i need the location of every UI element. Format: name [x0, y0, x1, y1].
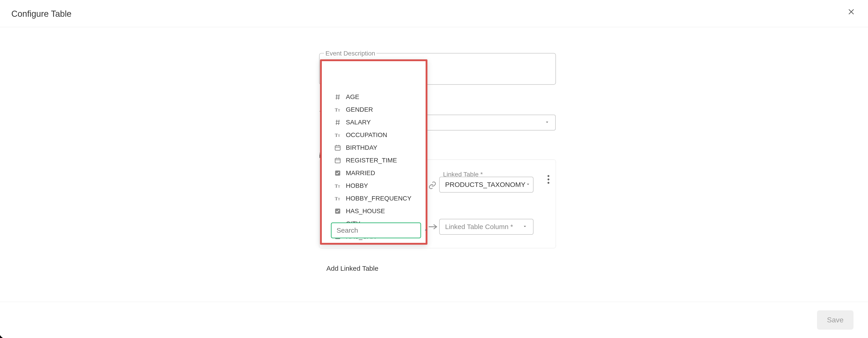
text-type-icon: TT — [334, 194, 342, 203]
column-dropdown: AGETTGENDERSALARYTTOCCUPATIONBIRTHDAYREG… — [320, 59, 427, 245]
dropdown-option-label: HAS_HOUSE — [346, 208, 385, 215]
column-dropdown-list: AGETTGENDERSALARYTTOCCUPATIONBIRTHDAYREG… — [331, 91, 423, 243]
chevron-down-icon — [522, 223, 528, 231]
dropdown-option-label: OCCUPATION — [346, 131, 387, 139]
dropdown-option[interactable]: SALARY — [331, 116, 423, 129]
linked-table-column-placeholder: Linked Table Column * — [445, 223, 513, 231]
text-type-icon: TT — [334, 105, 342, 114]
svg-text:T: T — [335, 107, 338, 112]
svg-text:T: T — [338, 134, 340, 137]
svg-text:T: T — [335, 184, 338, 188]
svg-text:T: T — [335, 196, 338, 201]
svg-point-3 — [548, 179, 549, 180]
column-search-input[interactable] — [336, 226, 423, 235]
svg-line-14 — [336, 120, 337, 125]
dropdown-option-label: GENDER — [346, 106, 373, 113]
kebab-icon — [547, 175, 550, 185]
checkbox-icon — [334, 207, 342, 215]
close-button[interactable] — [846, 7, 857, 18]
calendar-icon — [334, 156, 342, 164]
save-button[interactable]: Save — [817, 310, 854, 330]
event-description-label: Event Description — [324, 50, 376, 57]
linked-table-value: PRODUCTS_TAXONOMY — [445, 181, 525, 188]
dropdown-option[interactable]: TTOCCUPATION — [331, 129, 423, 141]
svg-point-2 — [548, 175, 549, 177]
svg-text:T: T — [335, 133, 338, 138]
dropdown-option-label: HOBBY_FREQUENCY — [346, 195, 411, 202]
dropdown-option-label: SALARY — [346, 119, 371, 126]
secondary-select[interactable] — [425, 115, 556, 130]
dialog-header: Configure Table — [0, 0, 868, 27]
hash-icon — [334, 118, 342, 126]
svg-line-9 — [339, 94, 339, 100]
dropdown-option[interactable]: TTGENDER — [331, 103, 423, 116]
chevron-down-icon — [525, 181, 531, 188]
svg-text:T: T — [338, 109, 340, 112]
dialog-footer: Save — [0, 302, 868, 338]
svg-rect-22 — [335, 158, 340, 163]
dropdown-option[interactable]: REGISTER_TIME — [331, 154, 423, 167]
svg-point-4 — [548, 182, 549, 184]
linked-table-column-select[interactable]: Linked Table Column * — [439, 219, 533, 235]
dropdown-option[interactable]: HAS_HOUSE — [331, 205, 423, 217]
dropdown-option[interactable]: MARRIED — [331, 167, 423, 179]
chevron-down-icon — [545, 119, 550, 126]
dropdown-option[interactable]: TTHOBBY — [331, 179, 423, 192]
svg-rect-18 — [335, 146, 340, 150]
dropdown-option-label: AGE — [346, 93, 359, 100]
dropdown-option-label: MARRIED — [346, 170, 375, 177]
dialog-body: Event Description 1( T R ir Linked Table… — [0, 27, 868, 302]
text-type-icon: TT — [334, 182, 342, 190]
svg-text:T: T — [338, 185, 340, 188]
dropdown-option[interactable]: BIRTHDAY — [331, 141, 423, 154]
dropdown-option-label: REGISTER_TIME — [346, 157, 397, 164]
hash-icon — [334, 93, 342, 101]
dropdown-option-label: BIRTHDAY — [346, 144, 377, 151]
add-linked-table-button[interactable]: Add Linked Table — [327, 265, 378, 272]
column-search-field[interactable] — [331, 222, 421, 238]
svg-line-8 — [336, 94, 337, 100]
checkbox-icon — [334, 169, 342, 177]
arrow-right-icon — [428, 223, 437, 231]
linked-table-select[interactable]: PRODUCTS_TAXONOMY — [439, 177, 533, 192]
dropdown-option[interactable]: TTHOBBY_FREQUENCY — [331, 192, 423, 205]
dialog-title: Configure Table — [11, 9, 71, 19]
calendar-icon — [334, 144, 342, 152]
dropdown-option-label: HOBBY — [346, 182, 368, 189]
close-icon — [847, 8, 855, 17]
chevron-up-icon — [423, 227, 429, 234]
link-icon — [428, 181, 436, 190]
dropdown-option[interactable]: AGE — [331, 91, 423, 103]
text-type-icon: TT — [334, 131, 342, 139]
linked-table-menu-button[interactable] — [544, 173, 553, 187]
svg-text:T: T — [338, 197, 340, 201]
svg-line-15 — [339, 120, 339, 125]
